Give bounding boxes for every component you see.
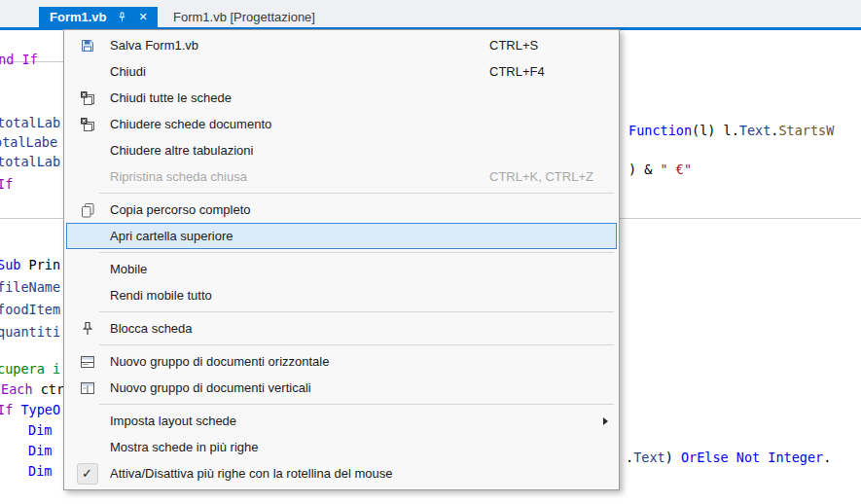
menu-item-label: Chiudi [110, 64, 489, 79]
code-line-left: Sub Prin [0, 258, 60, 272]
submenu-arrow-icon [603, 417, 619, 425]
code-line-right: Function(l) l.Text.StartsW [628, 124, 834, 138]
close-document-tabs-icon [64, 117, 110, 132]
close-all-tabs-icon [64, 90, 110, 106]
tab-form1vb-designer[interactable]: Form1.vb [Progettazione] [173, 6, 315, 27]
menu-item-label: Chiudere schede documento [110, 117, 489, 131]
tab-form1vb-designer-label: Form1.vb [Progettazione] [173, 10, 315, 24]
menu-separator [64, 342, 619, 348]
menu-item-label: Apri cartella superiore [110, 229, 489, 243]
menu-item-label: Rendi mobile tutto [110, 288, 489, 303]
tab-form1vb-label: Form1.vb [50, 10, 107, 24]
code-line-right: ) & " €" [628, 162, 692, 177]
context-menu-item-2[interactable]: Chiudi tutte le schede [64, 85, 619, 111]
context-menu-item-16[interactable]: Nuovo gruppo di documenti verticali [64, 375, 619, 401]
menu-item-label: Ripristina scheda chiusa [110, 169, 489, 184]
menu-item-shortcut: CTRL+F4 [489, 64, 603, 79]
code-line-left: Dim [28, 444, 52, 458]
context-menu-item-19[interactable]: Mostra schede in più righe [64, 434, 619, 460]
context-menu-item-11[interactable]: Rendi mobile tutto [64, 282, 619, 308]
code-line-left: If TypeO [0, 403, 60, 417]
context-menu-item-1[interactable]: ChiudiCTRL+F4 [64, 58, 619, 85]
menu-item-label: Salva Form1.vb [110, 38, 489, 53]
context-menu-item-0[interactable]: Salva Form1.vbCTRL+S [64, 32, 619, 58]
menu-item-label: Mobile [110, 262, 489, 276]
new-horizontal-group-icon [64, 354, 110, 370]
code-line-left: Dim [28, 464, 52, 479]
menu-item-label: Nuovo gruppo di documenti verticali [110, 380, 489, 395]
menu-item-label: Mostra schede in più righe [110, 440, 489, 454]
context-menu-item-3[interactable]: Chiudere schede documento [64, 111, 619, 137]
menu-separator [64, 401, 619, 408]
menu-item-label: Imposta layout schede [110, 414, 489, 428]
vs-window: Form1.vb ✕ Form1.vb [Progettazione] End … [0, 0, 861, 504]
code-line-left: otalLabe [0, 135, 57, 150]
menu-item-label: Chiudere altre tabulazioni [110, 143, 489, 158]
context-menu-item-20[interactable]: ✓Attiva/Disattiva più righe con la rotel… [64, 460, 619, 486]
code-line-left: totalLab [0, 116, 60, 130]
tab-form1vb[interactable]: Form1.vb ✕ [39, 7, 158, 27]
copy-path-icon [64, 202, 110, 218]
code-line-left: Each ctr [1, 382, 64, 397]
context-menu-item-7[interactable]: Copia percorso completo [64, 197, 619, 223]
code-line-left: quantiti [0, 325, 60, 340]
close-icon[interactable]: ✕ [137, 11, 150, 23]
code-line-left: fileName [0, 280, 60, 295]
code-line-left: totalLab [0, 155, 60, 169]
context-menu-item-8[interactable]: Apri cartella superiore [66, 223, 617, 249]
menu-item-shortcut: CTRL+S [489, 38, 603, 53]
menu-item-label: Nuovo gruppo di documenti orizzontale [110, 354, 489, 369]
tab-context-menu: Salva Form1.vbCTRL+SChiudiCTRL+F4Chiudi … [63, 29, 620, 490]
menu-item-label: Copia percorso completo [110, 202, 489, 217]
menu-separator [64, 190, 619, 197]
menu-separator [64, 249, 619, 256]
save-icon [64, 38, 110, 54]
menu-item-label: Attiva/Disattiva più righe con la rotell… [110, 466, 489, 481]
context-menu-item-5: Ripristina scheda chiusaCTRL+K, CTRL+Z [64, 163, 619, 190]
code-line-left: If [0, 177, 13, 192]
menu-item-label: Blocca scheda [110, 321, 489, 336]
context-menu-item-4[interactable]: Chiudere altre tabulazioni [64, 137, 619, 163]
checkmark-icon: ✓ [64, 463, 110, 485]
new-vertical-group-icon [64, 380, 110, 396]
code-line-left: Dim [28, 423, 52, 438]
pin-tab-icon [64, 321, 110, 337]
context-menu-item-15[interactable]: Nuovo gruppo di documenti orizzontale [64, 348, 619, 375]
context-menu-item-10[interactable]: Mobile [64, 256, 619, 282]
code-line-left: foodItem [0, 303, 60, 317]
pin-icon[interactable] [116, 11, 128, 23]
menu-separator [64, 308, 619, 315]
code-line-right: .Text) OrElse Not Integer. [626, 450, 831, 465]
context-menu-item-13[interactable]: Blocca scheda [64, 315, 619, 342]
context-menu-item-18[interactable]: Imposta layout schede [64, 408, 619, 434]
menu-item-shortcut: CTRL+K, CTRL+Z [489, 169, 603, 184]
code-line-left: cupera i [0, 362, 60, 377]
code-line-left: End If [0, 53, 38, 67]
menu-item-label: Chiudi tutte le schede [110, 90, 489, 105]
